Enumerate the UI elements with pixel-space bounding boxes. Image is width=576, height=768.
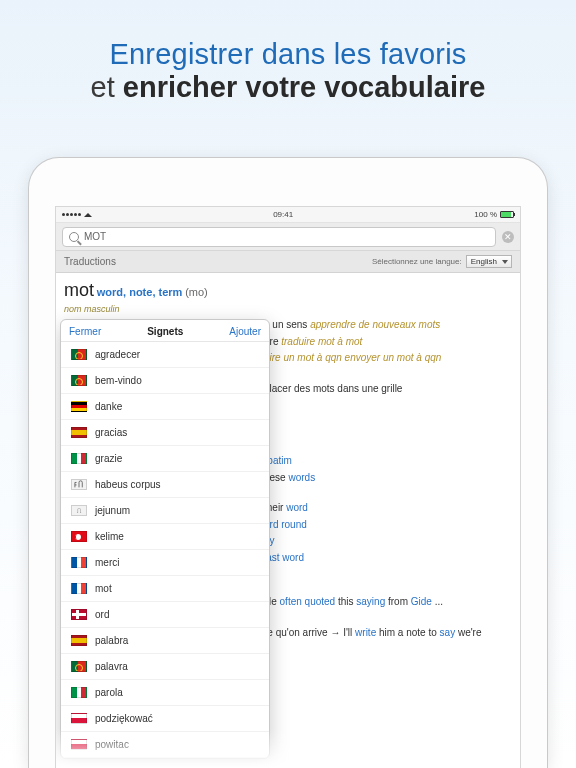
popover-title: Signets [147, 326, 183, 337]
flag-icon [71, 453, 87, 464]
bookmark-label: grazie [95, 453, 122, 464]
flag-icon [71, 713, 87, 724]
promo-line2: et enricher votre vocabulaire [20, 71, 556, 104]
headword: mot [64, 280, 94, 300]
flag-icon [71, 557, 87, 568]
pronunciation: (mo) [185, 286, 208, 298]
flag-icon [71, 635, 87, 646]
popover-header: Fermer Signets Ajouter [61, 320, 269, 342]
wifi-icon [84, 212, 92, 216]
bookmark-label: ord [95, 609, 109, 620]
bookmark-item[interactable]: danke [61, 394, 269, 420]
add-button[interactable]: Ajouter [229, 326, 261, 337]
flag-icon [71, 687, 87, 698]
bookmark-label: bem-vindo [95, 375, 142, 386]
flag-icon [71, 661, 87, 672]
flag-icon [71, 401, 87, 412]
flag-icon [71, 583, 87, 594]
bookmark-label: gracias [95, 427, 127, 438]
bookmark-label: agradecer [95, 349, 140, 360]
bookmark-label: jejunum [95, 505, 130, 516]
status-left [62, 212, 92, 218]
senses: word, note, term [97, 286, 183, 298]
bookmark-item[interactable]: grazie [61, 446, 269, 472]
close-button[interactable]: Fermer [69, 326, 101, 337]
bookmark-item[interactable]: habeus corpus [61, 472, 269, 498]
promo-banner: Enregistrer dans les favoris et enricher… [0, 0, 576, 126]
bookmark-label: powitac [95, 739, 129, 750]
bookmark-item[interactable]: merci [61, 550, 269, 576]
search-input[interactable]: MOT [62, 227, 496, 247]
search-icon [69, 232, 79, 242]
subheader-title: Traductions [64, 256, 116, 267]
bookmark-label: habeus corpus [95, 479, 161, 490]
battery-icon [500, 211, 514, 218]
bookmark-label: mot [95, 583, 112, 594]
signal-dots-icon [62, 213, 81, 216]
bookmark-item[interactable]: kelime [61, 524, 269, 550]
bookmark-item[interactable]: palabra [61, 628, 269, 654]
language-dropdown[interactable]: English [466, 255, 512, 268]
status-bar: 09:41 100 % [56, 207, 520, 223]
bookmarks-popover: Fermer Signets Ajouter agradecerbem-vind… [60, 319, 270, 759]
bookmark-item[interactable]: agradecer [61, 342, 269, 368]
clear-search-button[interactable]: ✕ [502, 231, 514, 243]
flag-icon [71, 349, 87, 360]
bookmark-item[interactable]: parola [61, 680, 269, 706]
flag-icon [71, 609, 87, 620]
bookmark-label: palabra [95, 635, 128, 646]
flag-icon [71, 739, 87, 750]
bookmark-item[interactable]: podziękować [61, 706, 269, 732]
battery-text: 100 % [474, 210, 497, 219]
flag-icon [71, 479, 87, 490]
bookmark-label: palavra [95, 661, 128, 672]
status-right: 100 % [474, 210, 514, 219]
flag-icon [71, 375, 87, 386]
bookmark-item[interactable]: palavra [61, 654, 269, 680]
bookmark-label: podziękować [95, 713, 153, 724]
search-value: MOT [84, 231, 106, 242]
bookmark-item[interactable]: ord [61, 602, 269, 628]
bookmark-label: parola [95, 687, 123, 698]
flag-icon [71, 427, 87, 438]
status-time: 09:41 [273, 210, 293, 219]
screen: 09:41 100 % MOT ✕ Traductions Sélectionn… [55, 206, 521, 768]
bookmark-label: merci [95, 557, 119, 568]
bookmark-item[interactable]: gracias [61, 420, 269, 446]
bookmark-item[interactable]: bem-vindo [61, 368, 269, 394]
bookmark-item[interactable]: mot [61, 576, 269, 602]
bookmark-item[interactable]: powitac [61, 732, 269, 758]
bookmark-label: kelime [95, 531, 124, 542]
search-bar: MOT ✕ [56, 223, 520, 251]
tablet-frame: 09:41 100 % MOT ✕ Traductions Sélectionn… [29, 158, 547, 768]
flag-icon: ⎍ [71, 505, 87, 516]
bookmarks-list[interactable]: agradecerbem-vindodankegraciasgraziehabe… [61, 342, 269, 758]
language-label: Sélectionnez une langue: [372, 257, 462, 266]
bookmark-label: danke [95, 401, 122, 412]
sub-header: Traductions Sélectionnez une langue: Eng… [56, 251, 520, 273]
promo-line1: Enregistrer dans les favoris [20, 38, 556, 71]
bookmark-item[interactable]: ⎍jejunum [61, 498, 269, 524]
flag-icon [71, 531, 87, 542]
part-of-speech: nom masculin [64, 303, 512, 316]
language-selector: Sélectionnez une langue: English [372, 255, 512, 268]
